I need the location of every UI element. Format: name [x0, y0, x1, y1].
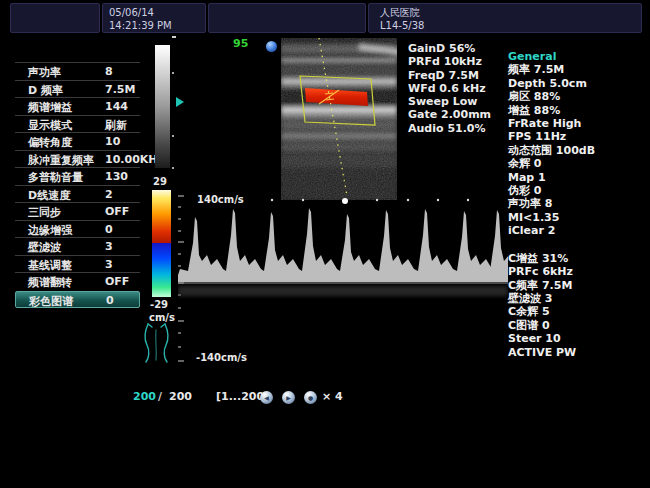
parameter-value: 144: [105, 100, 128, 113]
doppler-parameter-line: FreqD 7.5M: [408, 69, 491, 82]
status-panel: General 频率 7.5MDepth 5.0cm扇区 88%增益 88%Fr…: [508, 50, 595, 359]
status-line: 频率 7.5M: [508, 63, 595, 76]
velocity-scale-min: -140cm/s: [196, 352, 247, 363]
parameter-label: 偏转角度: [28, 135, 72, 150]
status-line: C图谱 0: [508, 319, 595, 332]
parameter-menu-item[interactable]: 基线调整 3: [15, 255, 140, 273]
parameter-menu-item[interactable]: D线速度 2: [15, 185, 140, 203]
parameter-value: 0: [106, 294, 114, 307]
parameter-menu-item[interactable]: 显示模式 刷新: [15, 115, 140, 133]
parameter-label: D线速度: [28, 188, 70, 203]
status-line: Map 1: [508, 171, 595, 184]
body-marker-shoulder-left: [148, 324, 152, 327]
body-marker-left-contour: [145, 324, 149, 362]
focus-marker-icon[interactable]: [176, 97, 184, 107]
parameter-menu-item[interactable]: 壁滤波 3: [15, 237, 140, 255]
status-line: 声功率 8: [508, 197, 595, 210]
parameter-menu-item[interactable]: 脉冲重复频率 10.00KHz: [15, 150, 140, 168]
time-marker-dots: [271, 198, 469, 204]
cine-total-frames: 200: [169, 390, 192, 403]
status-line: 动态范围 100dB: [508, 144, 595, 157]
status-line: 伪彩 0: [508, 184, 595, 197]
parameter-menu-item[interactable]: D 频率 7.5M: [15, 80, 140, 98]
cine-separator: /: [158, 390, 162, 403]
doppler-parameter-line: GainD 56%: [408, 42, 491, 55]
colorbar-max-label: 29: [153, 176, 167, 187]
cine-controls: ◀ ▶ ●: [260, 391, 317, 404]
frame-counter: 95: [233, 37, 248, 50]
color-map-bar-positive: [152, 190, 171, 243]
cine-button-icon: ▶: [286, 395, 291, 401]
status-line: C余辉 5: [508, 305, 595, 318]
parameter-value: 刷新: [105, 118, 127, 133]
date-text: 05/06/14: [109, 6, 205, 19]
parameter-value: 8: [105, 65, 113, 78]
parameter-menu-item[interactable]: 频谱增益 144: [15, 97, 140, 115]
parameter-label: 声功率: [28, 65, 61, 80]
spectral-doppler-display: [178, 195, 508, 367]
status-line: Depth 5.0cm: [508, 77, 595, 90]
speckle-noise: [281, 38, 397, 200]
parameter-menu-item[interactable]: 频谱翻转 OFF: [15, 272, 140, 290]
parameter-value: 7.5M: [105, 83, 135, 96]
parameter-value: 3: [105, 258, 113, 271]
below-baseline-noise: [178, 286, 508, 296]
parameter-value: 3: [105, 240, 113, 253]
status-line: FrRate High: [508, 117, 595, 130]
b-mode-image: [281, 38, 397, 200]
parameter-menu-item[interactable]: 边缘增强 0: [15, 220, 140, 238]
parameter-menu-item[interactable]: 多普勒音量 130: [15, 167, 140, 185]
body-marker-right-contour: [164, 324, 168, 362]
body-marker-midline: [156, 330, 157, 360]
parameter-value: OFF: [105, 205, 129, 218]
parameter-menu-item[interactable]: 偏转角度 10: [15, 132, 140, 150]
ultrasound-screen: 05/06/14 14:21:39 PM 人民医院 L14-5/38 声功率 8…: [0, 0, 650, 488]
parameter-label: 彩色图谱: [29, 294, 73, 309]
status-line: 余辉 0: [508, 157, 595, 170]
parameter-value: 2: [105, 188, 113, 201]
status-line: iClear 2: [508, 224, 595, 237]
status-line: ACTIVE PW: [508, 346, 595, 359]
status-line: FPS 11Hz: [508, 130, 595, 143]
parameter-menu-item[interactable]: 声功率 8: [15, 62, 140, 80]
doppler-parameter-line: Audio 51.0%: [408, 122, 491, 135]
parameter-menu-item[interactable]: 三同步 OFF: [15, 202, 140, 220]
parameter-menu-item[interactable]: 彩色图谱 0: [15, 291, 140, 308]
parameter-label: 多普勒音量: [28, 170, 83, 185]
b-mode-status-list: 频率 7.5MDepth 5.0cm扇区 88%增益 88%FrRate Hig…: [508, 63, 595, 237]
topbar-logo-panel: [10, 3, 100, 33]
doppler-parameter-line: PRFd 10kHz: [408, 55, 491, 68]
cine-speed-multiplier: × 4: [322, 390, 343, 403]
doppler-parameters: GainD 56% PRFd 10kHz FreqD 7.5M WFd 0.6 …: [408, 42, 491, 135]
parameter-label: 频谱翻转: [28, 275, 72, 290]
probe-orientation-icon: [266, 41, 277, 52]
status-line: MI<1.35: [508, 211, 595, 224]
color-map-bar-negative: [152, 243, 171, 297]
time-text: 14:21:39 PM: [109, 19, 205, 32]
doppler-parameter-line: WFd 0.6 kHz: [408, 82, 491, 95]
depth-scale-dot: [172, 135, 174, 137]
status-line: 扇区 88%: [508, 90, 595, 103]
body-marker-icon: [138, 321, 172, 365]
body-marker-shoulder-right: [161, 324, 165, 327]
depth-scale-origin-tick: [172, 36, 176, 38]
status-line: C频率 7.5M: [508, 279, 595, 292]
status-line: 壁滤波 3: [508, 292, 595, 305]
colorbar-min-label: -29: [150, 299, 168, 310]
parameter-menu: 声功率 8 D 频率 7.5M 频谱增益 144 显示模式 刷新 偏转角度 10: [15, 62, 140, 308]
parameter-value: 10: [105, 135, 120, 148]
spectral-waveform-path: [178, 208, 508, 282]
topbar-patient-panel: [208, 3, 366, 33]
parameter-label: 脉冲重复频率: [28, 153, 94, 168]
cine-button-stop[interactable]: ●: [304, 391, 317, 404]
velocity-scale-max: 140cm/s: [197, 194, 244, 205]
cine-button-icon: ◀: [264, 395, 269, 401]
cine-button-play[interactable]: ▶: [282, 391, 295, 404]
parameter-label: 基线调整: [28, 258, 72, 273]
status-panel-title: General: [508, 50, 595, 63]
parameter-value: 0: [105, 223, 113, 236]
parameter-label: 三同步: [28, 205, 61, 220]
cine-button-prev[interactable]: ◀: [260, 391, 273, 404]
cine-current-frame: 200: [133, 390, 156, 403]
status-line: 增益 88%: [508, 104, 595, 117]
